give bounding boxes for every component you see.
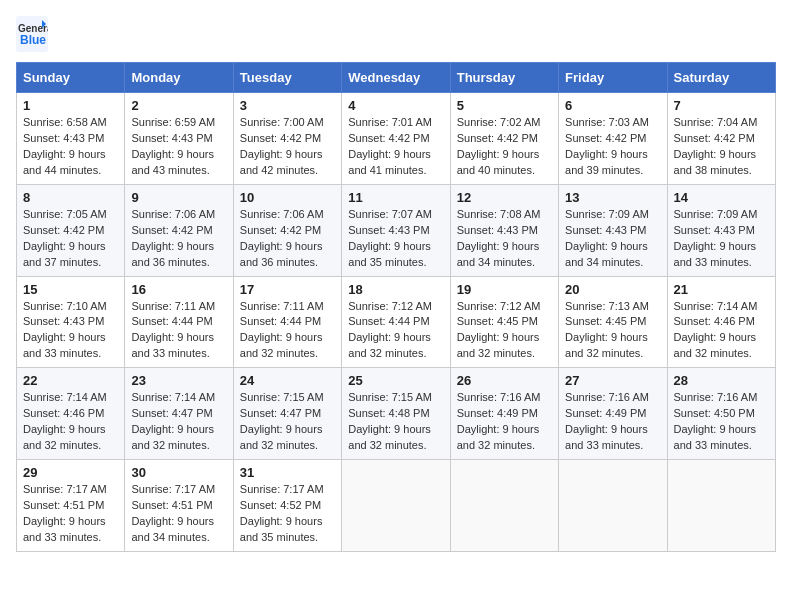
day-detail: Sunrise: 7:16 AMSunset: 4:49 PMDaylight:…: [457, 390, 552, 454]
calendar-cell: 2Sunrise: 6:59 AMSunset: 4:43 PMDaylight…: [125, 93, 233, 185]
day-detail: Sunrise: 7:05 AMSunset: 4:42 PMDaylight:…: [23, 207, 118, 271]
day-number: 15: [23, 282, 118, 297]
day-detail: Sunrise: 7:14 AMSunset: 4:46 PMDaylight:…: [674, 299, 769, 363]
day-number: 14: [674, 190, 769, 205]
day-number: 20: [565, 282, 660, 297]
svg-text:Blue: Blue: [20, 33, 46, 47]
calendar-cell: 14Sunrise: 7:09 AMSunset: 4:43 PMDayligh…: [667, 184, 775, 276]
day-number: 22: [23, 373, 118, 388]
calendar-cell: 22Sunrise: 7:14 AMSunset: 4:46 PMDayligh…: [17, 368, 125, 460]
calendar-cell: 21Sunrise: 7:14 AMSunset: 4:46 PMDayligh…: [667, 276, 775, 368]
logo: General Blue: [16, 16, 48, 52]
day-detail: Sunrise: 7:06 AMSunset: 4:42 PMDaylight:…: [240, 207, 335, 271]
day-number: 31: [240, 465, 335, 480]
day-number: 3: [240, 98, 335, 113]
day-detail: Sunrise: 6:58 AMSunset: 4:43 PMDaylight:…: [23, 115, 118, 179]
day-number: 29: [23, 465, 118, 480]
calendar-cell: 31Sunrise: 7:17 AMSunset: 4:52 PMDayligh…: [233, 460, 341, 552]
calendar-cell: 30Sunrise: 7:17 AMSunset: 4:51 PMDayligh…: [125, 460, 233, 552]
day-number: 8: [23, 190, 118, 205]
day-detail: Sunrise: 7:17 AMSunset: 4:51 PMDaylight:…: [131, 482, 226, 546]
day-detail: Sunrise: 7:02 AMSunset: 4:42 PMDaylight:…: [457, 115, 552, 179]
day-number: 18: [348, 282, 443, 297]
calendar-week-2: 8Sunrise: 7:05 AMSunset: 4:42 PMDaylight…: [17, 184, 776, 276]
calendar-cell: 9Sunrise: 7:06 AMSunset: 4:42 PMDaylight…: [125, 184, 233, 276]
calendar-cell: 12Sunrise: 7:08 AMSunset: 4:43 PMDayligh…: [450, 184, 558, 276]
day-number: 30: [131, 465, 226, 480]
calendar-cell: 7Sunrise: 7:04 AMSunset: 4:42 PMDaylight…: [667, 93, 775, 185]
calendar-cell: [342, 460, 450, 552]
day-detail: Sunrise: 7:14 AMSunset: 4:47 PMDaylight:…: [131, 390, 226, 454]
calendar-cell: 17Sunrise: 7:11 AMSunset: 4:44 PMDayligh…: [233, 276, 341, 368]
calendar-cell: [559, 460, 667, 552]
calendar-header-row: SundayMondayTuesdayWednesdayThursdayFrid…: [17, 63, 776, 93]
calendar-cell: 26Sunrise: 7:16 AMSunset: 4:49 PMDayligh…: [450, 368, 558, 460]
calendar-cell: 5Sunrise: 7:02 AMSunset: 4:42 PMDaylight…: [450, 93, 558, 185]
day-detail: Sunrise: 7:17 AMSunset: 4:52 PMDaylight:…: [240, 482, 335, 546]
calendar-cell: 10Sunrise: 7:06 AMSunset: 4:42 PMDayligh…: [233, 184, 341, 276]
header-day-thursday: Thursday: [450, 63, 558, 93]
day-detail: Sunrise: 7:11 AMSunset: 4:44 PMDaylight:…: [240, 299, 335, 363]
day-detail: Sunrise: 7:04 AMSunset: 4:42 PMDaylight:…: [674, 115, 769, 179]
calendar-cell: 25Sunrise: 7:15 AMSunset: 4:48 PMDayligh…: [342, 368, 450, 460]
calendar-cell: 24Sunrise: 7:15 AMSunset: 4:47 PMDayligh…: [233, 368, 341, 460]
header-day-wednesday: Wednesday: [342, 63, 450, 93]
day-detail: Sunrise: 7:08 AMSunset: 4:43 PMDaylight:…: [457, 207, 552, 271]
day-detail: Sunrise: 7:09 AMSunset: 4:43 PMDaylight:…: [565, 207, 660, 271]
calendar-cell: 8Sunrise: 7:05 AMSunset: 4:42 PMDaylight…: [17, 184, 125, 276]
day-detail: Sunrise: 7:12 AMSunset: 4:45 PMDaylight:…: [457, 299, 552, 363]
day-detail: Sunrise: 7:10 AMSunset: 4:43 PMDaylight:…: [23, 299, 118, 363]
day-detail: Sunrise: 7:11 AMSunset: 4:44 PMDaylight:…: [131, 299, 226, 363]
calendar-cell: 11Sunrise: 7:07 AMSunset: 4:43 PMDayligh…: [342, 184, 450, 276]
day-number: 5: [457, 98, 552, 113]
day-number: 23: [131, 373, 226, 388]
calendar-cell: 1Sunrise: 6:58 AMSunset: 4:43 PMDaylight…: [17, 93, 125, 185]
calendar-cell: 19Sunrise: 7:12 AMSunset: 4:45 PMDayligh…: [450, 276, 558, 368]
day-number: 13: [565, 190, 660, 205]
day-detail: Sunrise: 7:15 AMSunset: 4:47 PMDaylight:…: [240, 390, 335, 454]
logo-svg: General Blue: [16, 16, 48, 52]
day-number: 25: [348, 373, 443, 388]
calendar-week-1: 1Sunrise: 6:58 AMSunset: 4:43 PMDaylight…: [17, 93, 776, 185]
calendar-cell: [667, 460, 775, 552]
day-number: 1: [23, 98, 118, 113]
day-number: 6: [565, 98, 660, 113]
header: General Blue: [16, 16, 776, 52]
day-detail: Sunrise: 7:09 AMSunset: 4:43 PMDaylight:…: [674, 207, 769, 271]
day-detail: Sunrise: 7:15 AMSunset: 4:48 PMDaylight:…: [348, 390, 443, 454]
day-detail: Sunrise: 7:00 AMSunset: 4:42 PMDaylight:…: [240, 115, 335, 179]
calendar-cell: [450, 460, 558, 552]
day-number: 2: [131, 98, 226, 113]
day-number: 12: [457, 190, 552, 205]
day-number: 26: [457, 373, 552, 388]
day-number: 28: [674, 373, 769, 388]
calendar-cell: 18Sunrise: 7:12 AMSunset: 4:44 PMDayligh…: [342, 276, 450, 368]
day-number: 17: [240, 282, 335, 297]
calendar-cell: 28Sunrise: 7:16 AMSunset: 4:50 PMDayligh…: [667, 368, 775, 460]
day-number: 21: [674, 282, 769, 297]
calendar-cell: 27Sunrise: 7:16 AMSunset: 4:49 PMDayligh…: [559, 368, 667, 460]
calendar-cell: 3Sunrise: 7:00 AMSunset: 4:42 PMDaylight…: [233, 93, 341, 185]
header-day-sunday: Sunday: [17, 63, 125, 93]
day-number: 16: [131, 282, 226, 297]
day-detail: Sunrise: 7:12 AMSunset: 4:44 PMDaylight:…: [348, 299, 443, 363]
header-day-monday: Monday: [125, 63, 233, 93]
calendar-cell: 15Sunrise: 7:10 AMSunset: 4:43 PMDayligh…: [17, 276, 125, 368]
day-number: 7: [674, 98, 769, 113]
calendar-week-5: 29Sunrise: 7:17 AMSunset: 4:51 PMDayligh…: [17, 460, 776, 552]
day-number: 10: [240, 190, 335, 205]
day-detail: Sunrise: 7:14 AMSunset: 4:46 PMDaylight:…: [23, 390, 118, 454]
calendar-cell: 6Sunrise: 7:03 AMSunset: 4:42 PMDaylight…: [559, 93, 667, 185]
day-detail: Sunrise: 7:17 AMSunset: 4:51 PMDaylight:…: [23, 482, 118, 546]
day-detail: Sunrise: 7:13 AMSunset: 4:45 PMDaylight:…: [565, 299, 660, 363]
day-number: 11: [348, 190, 443, 205]
day-detail: Sunrise: 7:01 AMSunset: 4:42 PMDaylight:…: [348, 115, 443, 179]
day-detail: Sunrise: 7:16 AMSunset: 4:49 PMDaylight:…: [565, 390, 660, 454]
header-day-tuesday: Tuesday: [233, 63, 341, 93]
calendar-cell: 16Sunrise: 7:11 AMSunset: 4:44 PMDayligh…: [125, 276, 233, 368]
day-detail: Sunrise: 7:07 AMSunset: 4:43 PMDaylight:…: [348, 207, 443, 271]
calendar-cell: 20Sunrise: 7:13 AMSunset: 4:45 PMDayligh…: [559, 276, 667, 368]
day-number: 4: [348, 98, 443, 113]
header-day-friday: Friday: [559, 63, 667, 93]
day-detail: Sunrise: 7:06 AMSunset: 4:42 PMDaylight:…: [131, 207, 226, 271]
